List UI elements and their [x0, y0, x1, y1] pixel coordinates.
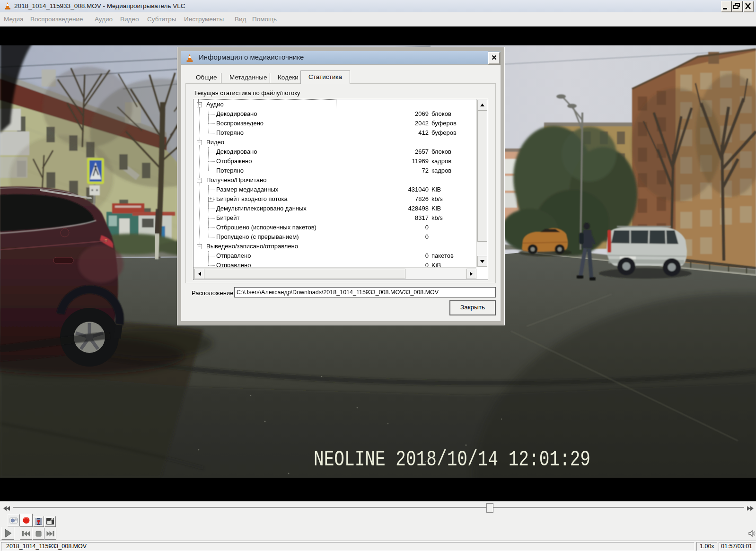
svg-text:NEOLINE 2018/10/14 12:01:29: NEOLINE 2018/10/14 12:01:29	[314, 447, 590, 472]
